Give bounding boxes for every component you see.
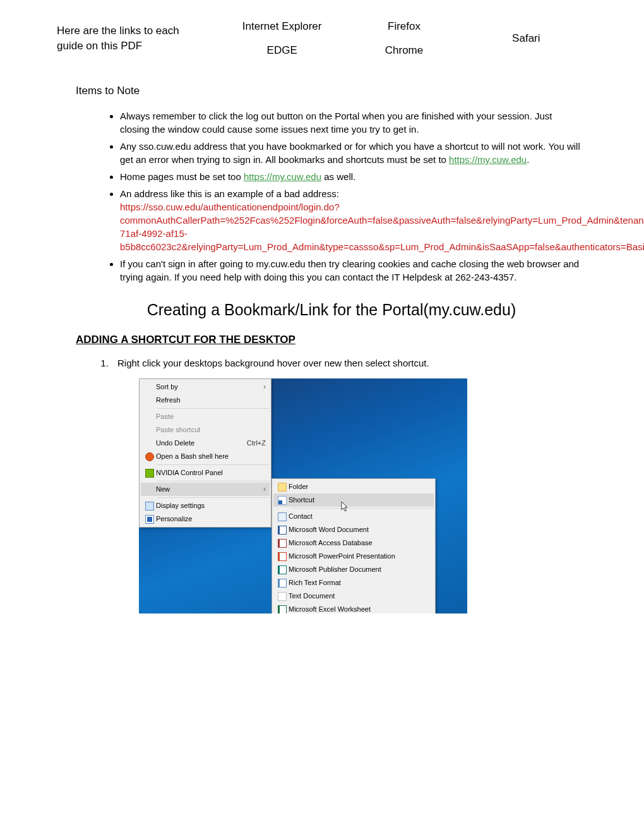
link-firefox[interactable]: Firefox (388, 19, 420, 34)
menu-item-label: Paste shortcut (156, 425, 266, 435)
chevron-right-icon: › (259, 484, 266, 495)
menu-item-label: Refresh (156, 396, 266, 405)
nav-col-3: Safari (465, 19, 587, 58)
link-safari[interactable]: Safari (512, 31, 540, 46)
contact-icon (276, 512, 289, 521)
menu-item-microsoft-powerpoint-presentation[interactable]: Microsoft PowerPoint Presentation (273, 550, 434, 563)
menu-item-shortcut[interactable]: Shortcut (273, 493, 434, 507)
menu-separator (157, 408, 270, 409)
menu-separator (157, 481, 270, 481)
items-to-note-heading: Items to Note (76, 83, 587, 99)
menu-item-display-settings[interactable]: Display settings (141, 499, 270, 512)
nav-col-1: Internet Explorer EDGE (221, 19, 343, 58)
page-title: Creating a Bookmark/Link for the Portal(… (76, 299, 587, 321)
menu-item-sort-by[interactable]: Sort by› (141, 380, 270, 394)
word-icon (276, 526, 289, 535)
context-menu-new-submenu: FolderShortcutContactMicrosoft Word Docu… (271, 478, 436, 613)
rtf-icon (276, 579, 289, 588)
menu-item-label: NVIDIA Control Panel (156, 468, 266, 478)
menu-item-rich-text-format[interactable]: Rich Text Format (273, 576, 434, 589)
menu-item-label: Folder (289, 482, 430, 492)
nav-intro: Here are the links to each guide on this… (57, 23, 221, 54)
menu-item-paste: Paste (141, 410, 270, 423)
menu-item-label: Contact (289, 512, 430, 521)
folder-icon (276, 483, 289, 492)
menu-item-refresh[interactable]: Refresh (141, 394, 270, 407)
menu-item-label: Microsoft Excel Worksheet (289, 605, 430, 613)
link-internet-explorer[interactable]: Internet Explorer (242, 19, 322, 34)
menu-item-personalize[interactable]: Personalize (141, 512, 270, 526)
link-chrome[interactable]: Chrome (385, 43, 423, 58)
items-to-note-list: Always remember to click the log out but… (76, 109, 587, 284)
menu-item-label: Microsoft Publisher Document (289, 565, 430, 574)
menu-item-label: Microsoft Access Database (289, 538, 430, 548)
note-item: Home pages must be set too https://my.cu… (120, 170, 587, 183)
txt-icon (276, 592, 289, 601)
menu-item-label: Sort by (156, 382, 259, 392)
nav-col-2: Firefox Chrome (343, 19, 465, 58)
publisher-icon (276, 565, 289, 574)
shortcut-file-icon (276, 496, 289, 505)
bash-icon (143, 452, 156, 461)
access-icon (276, 539, 289, 548)
link-edge[interactable]: EDGE (267, 43, 297, 58)
link-mycuw[interactable]: https://my.cuw.edu (449, 154, 527, 165)
note-item: Any sso.cuw.edu address that you have bo… (120, 140, 587, 166)
menu-item-paste-shortcut: Paste shortcut (141, 423, 270, 437)
menu-item-label: Rich Text Format (289, 578, 430, 588)
menu-item-new[interactable]: New› (141, 483, 270, 496)
menu-item-microsoft-word-document[interactable]: Microsoft Word Document (273, 523, 434, 536)
menu-item-text-document[interactable]: Text Document (273, 589, 434, 603)
menu-item-microsoft-publisher-document[interactable]: Microsoft Publisher Document (273, 563, 434, 576)
menu-item-undo-delete[interactable]: Undo DeleteCtrl+Z (141, 437, 270, 450)
excel-icon (276, 605, 289, 614)
menu-shortcut: Ctrl+Z (242, 438, 266, 448)
personalize-icon (143, 515, 156, 524)
menu-item-label: Text Document (289, 591, 430, 601)
menu-item-microsoft-access-database[interactable]: Microsoft Access Database (273, 536, 434, 550)
bad-url-example: https://sso.cuw.edu/authenticationendpoi… (120, 202, 644, 252)
menu-item-open-a-bash-shell-here[interactable]: Open a Bash shell here (141, 450, 270, 463)
nvidia-icon (143, 469, 156, 478)
context-menu-primary: Sort by›RefreshPastePaste shortcutUndo D… (139, 378, 271, 528)
menu-item-label: Paste (156, 412, 266, 421)
menu-item-label: Open a Bash shell here (156, 452, 266, 461)
menu-separator (157, 497, 270, 498)
menu-item-label: Microsoft Word Document (289, 525, 430, 535)
menu-separator (290, 508, 434, 509)
note-item: An address like this is an example of a … (120, 187, 587, 253)
menu-item-label: Undo Delete (156, 438, 242, 448)
menu-item-label: New (156, 485, 259, 494)
menu-item-label: Shortcut (289, 495, 430, 505)
menu-item-nvidia-control-panel[interactable]: NVIDIA Control Panel (141, 466, 270, 480)
note-item: If you can't sign in after going to my.c… (120, 257, 587, 284)
menu-item-contact[interactable]: Contact (273, 510, 434, 523)
menu-item-folder[interactable]: Folder (273, 480, 434, 493)
shortcut-steps: Right click your desktops background hov… (76, 356, 587, 370)
step-1: Right click your desktops background hov… (111, 356, 587, 370)
menu-item-label: Personalize (156, 514, 266, 524)
top-nav: Here are the links to each guide on this… (57, 19, 587, 58)
ppt-icon (276, 552, 289, 561)
shortcut-heading: ADDING A SHORTCUT FOR THE DESKTOP (76, 332, 587, 348)
menu-item-label: Microsoft PowerPoint Presentation (289, 552, 430, 561)
note-item: Always remember to click the log out but… (120, 109, 587, 136)
menu-item-microsoft-excel-worksheet[interactable]: Microsoft Excel Worksheet (273, 603, 434, 613)
chevron-right-icon: › (259, 382, 266, 392)
display-icon (143, 502, 156, 511)
menu-separator (157, 464, 270, 465)
link-mycuw[interactable]: https://my.cuw.edu (244, 171, 321, 182)
menu-item-label: Display settings (156, 501, 266, 511)
desktop-screenshot: Sort by›RefreshPastePaste shortcutUndo D… (139, 378, 467, 613)
